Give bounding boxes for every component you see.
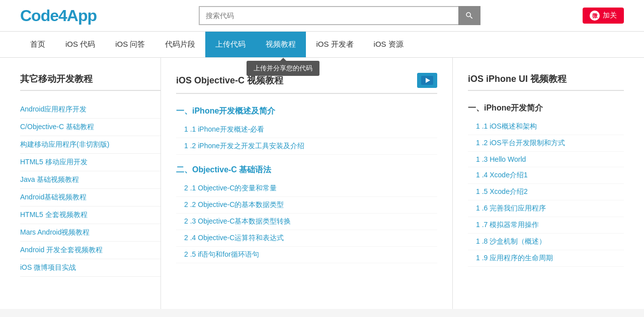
- sidebar-list-item[interactable]: Android基础视频教程: [20, 189, 160, 206]
- right-lesson-item[interactable]: 1 .9 应用程序的生命周期: [468, 250, 624, 267]
- weibo-icon: 微: [590, 11, 600, 21]
- lesson-item[interactable]: 2 .3 Objective-C基本数据类型转换: [176, 214, 437, 230]
- logo-suffix: App: [67, 7, 97, 25]
- sidebar-list-item[interactable]: Java 基础视频教程: [20, 171, 160, 189]
- search-button[interactable]: [458, 6, 480, 25]
- lesson-item[interactable]: 1 .1 iPhone开发概述-必看: [176, 122, 437, 138]
- sidebar-list: Android应用程序开发C/Objective-C 基础教程构建移动应用程序(…: [20, 101, 160, 277]
- logo: Code4App: [20, 7, 97, 25]
- lesson-item[interactable]: 1 .2 iPhone开发之开发工具安装及介绍: [176, 138, 437, 155]
- section-header: 二、Objective-C 基础语法: [176, 165, 437, 175]
- nav-ios-qa[interactable]: iOS 问答: [105, 32, 155, 57]
- nav-video[interactable]: 视频教程: [256, 32, 306, 57]
- search-icon: [465, 11, 474, 20]
- right-lesson-item[interactable]: 1 .2 iOS平台开发限制和方式: [468, 135, 624, 152]
- sidebar-list-item[interactable]: 构建移动应用程序(非切割版): [20, 136, 160, 154]
- section-header: 一、iPhone开发概述及简介: [176, 106, 437, 117]
- sidebar-list-item[interactable]: HTML5 全套视频教程: [20, 206, 160, 224]
- lesson-item[interactable]: 2 .2 Objective-C的基本数据类型: [176, 197, 437, 214]
- top-bar: Code4App 微 加关: [0, 0, 644, 32]
- sidebar-list-item[interactable]: C/Objective-C 基础教程: [20, 119, 160, 136]
- lesson-item[interactable]: 2 .4 Objective-C运算符和表达式: [176, 230, 437, 247]
- right-column: iOS iPhone UI 视频教程 一、iPhone开发简介1 .1 iOS概…: [453, 58, 624, 309]
- right-lesson-list: 1 .1 iOS概述和架构1 .2 iOS平台开发限制和方式1 .3 Hello…: [468, 119, 624, 267]
- right-lesson-item[interactable]: 1 .8 沙盒机制（概述）: [468, 234, 624, 250]
- nav-ios-dev[interactable]: iOS 开发者: [306, 32, 363, 57]
- center-sections: 一、iPhone开发概述及简介1 .1 iPhone开发概述-必看1 .2 iP…: [176, 106, 437, 263]
- weibo-label: 加关: [603, 11, 617, 20]
- video-icon: [421, 76, 433, 85]
- lesson-list: 2 .1 Objective-C的变量和常量2 .2 Objective-C的基…: [176, 180, 437, 263]
- nav-ios-resources[interactable]: iOS 资源: [364, 32, 414, 57]
- nav-snippets[interactable]: 代码片段: [155, 32, 205, 57]
- sidebar-list-item[interactable]: Android 开发全套视频教程: [20, 242, 160, 259]
- logo-prefix: Code: [20, 7, 58, 25]
- search-input[interactable]: [199, 6, 458, 25]
- upload-tooltip: 上传并分享您的代码: [247, 61, 319, 76]
- nav-bar: 首页 iOS 代码 iOS 问答 代码片段 上传代码 视频教程 iOS 开发者 …: [0, 32, 644, 58]
- nav-home[interactable]: 首页: [20, 32, 55, 57]
- lesson-list: 1 .1 iPhone开发概述-必看1 .2 iPhone开发之开发工具安装及介…: [176, 122, 437, 155]
- sidebar: 其它移动开发教程 Android应用程序开发C/Objective-C 基础教程…: [20, 58, 161, 309]
- right-title: iOS iPhone UI 视频教程: [468, 73, 624, 91]
- lesson-item[interactable]: 2 .5 if语句和for循环语句: [176, 247, 437, 263]
- logo-number: 4: [58, 7, 67, 25]
- nav-ios-code[interactable]: iOS 代码: [55, 32, 105, 57]
- right-section-header: 一、iPhone开发简介: [468, 103, 624, 114]
- sidebar-list-item[interactable]: Mars Android视频教程: [20, 224, 160, 242]
- center-column: iOS Objective-C 视频教程 一、iPhone开发概述及简介1 .1…: [161, 58, 453, 309]
- right-lesson-item[interactable]: 1 .4 Xcode介绍1: [468, 167, 624, 184]
- right-sections: 一、iPhone开发简介1 .1 iOS概述和架构1 .2 iOS平台开发限制和…: [468, 103, 624, 267]
- nav-upload[interactable]: 上传代码: [205, 32, 256, 57]
- right-lesson-item[interactable]: 1 .6 完善我们应用程序: [468, 200, 624, 217]
- main-content: 其它移动开发教程 Android应用程序开发C/Objective-C 基础教程…: [0, 58, 644, 309]
- center-title: iOS Objective-C 视频教程: [176, 74, 417, 86]
- center-header: iOS Objective-C 视频教程: [176, 73, 437, 94]
- right-lesson-item[interactable]: 1 .5 Xcode介绍2: [468, 184, 624, 200]
- right-lesson-item[interactable]: 1 .7 模拟器常用操作: [468, 217, 624, 234]
- sidebar-list-item[interactable]: Android应用程序开发: [20, 101, 160, 119]
- weibo-button[interactable]: 微 加关: [583, 8, 624, 24]
- right-lesson-item[interactable]: 1 .1 iOS概述和架构: [468, 119, 624, 135]
- right-lesson-item[interactable]: 1 .3 Hello World: [468, 152, 624, 167]
- sidebar-list-item[interactable]: HTML5 移动应用开发: [20, 154, 160, 171]
- lesson-item[interactable]: 2 .1 Objective-C的变量和常量: [176, 180, 437, 197]
- sidebar-title: 其它移动开发教程: [20, 73, 160, 91]
- search-bar: [199, 6, 480, 25]
- center-icon: [417, 73, 437, 88]
- sidebar-list-item[interactable]: iOS 微博项目实战: [20, 259, 160, 277]
